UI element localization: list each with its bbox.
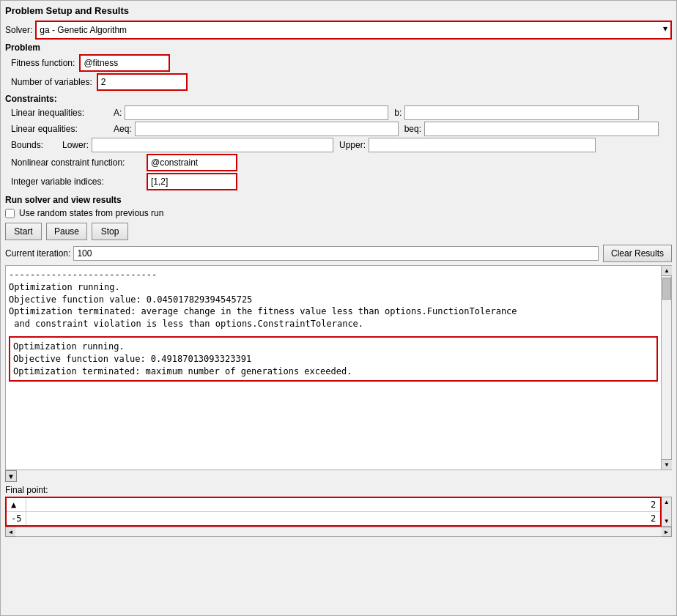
expand-button[interactable]: ▼	[5, 470, 17, 482]
clear-results-button[interactable]: Clear Results	[603, 245, 672, 262]
expand-row: ▼	[5, 470, 672, 482]
nonlinear-label: Nonlinear constraint function:	[11, 157, 147, 168]
beq-input[interactable]	[424, 122, 659, 136]
results-text-2: Optimization running. Objective function…	[13, 341, 654, 377]
aeq-input[interactable]	[135, 122, 399, 136]
bounds-row: Bounds: Lower: Upper:	[5, 138, 672, 152]
nonlinear-input[interactable]	[148, 155, 236, 170]
solver-select[interactable]: ga - Genetic Algorithm gamultiobj - Mult…	[37, 22, 670, 38]
a-input[interactable]	[125, 105, 388, 120]
beq-label: beq:	[404, 124, 421, 134]
lower-label: Lower:	[62, 140, 89, 150]
final-point-hscroll: ◄ ►	[5, 527, 672, 537]
iteration-row: Current iteration: Clear Results	[5, 245, 672, 262]
linear-eq-row: Linear equalities: Aeq: beq:	[5, 122, 672, 136]
pause-button[interactable]: Pause	[46, 223, 87, 240]
fitness-input-box	[79, 54, 170, 72]
b-label: b:	[394, 108, 402, 118]
hscroll-track[interactable]	[15, 527, 662, 537]
integer-input-box	[147, 173, 237, 190]
fitness-group: Fitness function:	[5, 54, 672, 72]
beq-group: beq:	[404, 122, 659, 136]
linear-ineq-label: Linear inequalities:	[11, 108, 114, 118]
iteration-label: Current iteration:	[5, 248, 70, 259]
b-group: b:	[394, 105, 639, 120]
main-panel: Problem Setup and Results Solver: ga - G…	[0, 0, 677, 616]
hscroll-left-button[interactable]: ◄	[5, 527, 15, 537]
b-input[interactable]	[404, 105, 639, 120]
action-buttons-row: Start Pause Stop	[5, 223, 672, 240]
table-row: -5 2	[6, 512, 661, 527]
fp-vscroll-up[interactable]: ▲	[664, 497, 670, 505]
fitness-label: Fitness function:	[11, 58, 75, 68]
results-area-wrapper: ---------------------------- Optimizatio…	[5, 265, 672, 470]
numvars-group: Number of variables:	[5, 73, 672, 91]
integer-label: Integer variable indices:	[11, 177, 147, 187]
final-point-table: ▲ 2 -5 2	[5, 497, 662, 527]
random-states-label: Use random states from previous run	[19, 208, 163, 218]
final-point-cell-1: 2	[26, 497, 661, 512]
vscroll-down-button[interactable]: ▼	[662, 459, 672, 470]
row-expand-icon: ▲	[6, 497, 26, 512]
linear-eq-label: Linear equalities:	[11, 124, 114, 134]
final-point-wrapper: ▲ 2 -5 2 ▲ ▼	[5, 497, 672, 527]
numvars-input[interactable]	[98, 75, 186, 89]
aeq-label: Aeq:	[114, 124, 132, 134]
constraints-section: Constraints: Linear inequalities: A: b: …	[5, 94, 672, 190]
final-point-vscroll[interactable]: ▲ ▼	[662, 497, 672, 527]
nonlinear-input-box	[147, 154, 237, 171]
results-highlighted-box: Optimization running. Objective function…	[9, 336, 658, 382]
run-title: Run solver and view results	[5, 195, 672, 205]
fp-vscroll-down[interactable]: ▼	[664, 518, 670, 526]
panel-title: Problem Setup and Results	[5, 5, 672, 16]
hscroll-right-button[interactable]: ►	[662, 527, 672, 537]
upper-input[interactable]	[369, 138, 596, 152]
random-states-row: Use random states from previous run	[5, 208, 672, 218]
upper-group: Upper:	[339, 138, 596, 152]
final-point-cell-2a: -5	[6, 512, 26, 527]
nonlinear-row: Nonlinear constraint function:	[5, 154, 672, 171]
results-vertical-scrollbar[interactable]: ▲ ▼	[662, 265, 672, 470]
final-point-section: Final point: ▲ 2 -5 2 ▲ ▼	[5, 485, 672, 537]
constraints-label: Constraints:	[5, 94, 672, 104]
iteration-value[interactable]	[73, 246, 599, 261]
stop-button[interactable]: Stop	[92, 223, 128, 240]
vscroll-thumb[interactable]	[662, 278, 671, 300]
integer-input[interactable]	[148, 174, 236, 189]
run-section: Run solver and view results Use random s…	[5, 195, 672, 262]
fitness-input[interactable]	[81, 56, 169, 70]
results-text-1: ---------------------------- Optimizatio…	[9, 269, 658, 330]
final-point-label: Final point:	[5, 485, 672, 495]
numvars-label: Number of variables:	[11, 77, 92, 87]
upper-label: Upper:	[339, 140, 366, 150]
random-states-checkbox[interactable]	[5, 209, 15, 218]
solver-row: Solver: ga - Genetic Algorithm gamultiob…	[5, 21, 672, 40]
linear-ineq-row: Linear inequalities: A: b:	[5, 105, 672, 120]
start-button[interactable]: Start	[5, 223, 42, 240]
integer-row: Integer variable indices:	[5, 173, 672, 190]
a-label: A:	[114, 108, 122, 118]
table-row: ▲ 2	[6, 497, 661, 512]
lower-input[interactable]	[92, 138, 333, 152]
problem-section-label: Problem	[5, 42, 672, 53]
bounds-label: Bounds:	[11, 140, 62, 150]
solver-select-wrapper: ga - Genetic Algorithm gamultiobj - Mult…	[35, 21, 672, 40]
vscroll-up-button[interactable]: ▲	[662, 266, 672, 276]
results-main-area: ---------------------------- Optimizatio…	[5, 265, 662, 470]
final-point-cell-2b: 2	[26, 512, 661, 527]
solver-label: Solver:	[5, 25, 32, 35]
numvars-input-box	[97, 73, 188, 91]
